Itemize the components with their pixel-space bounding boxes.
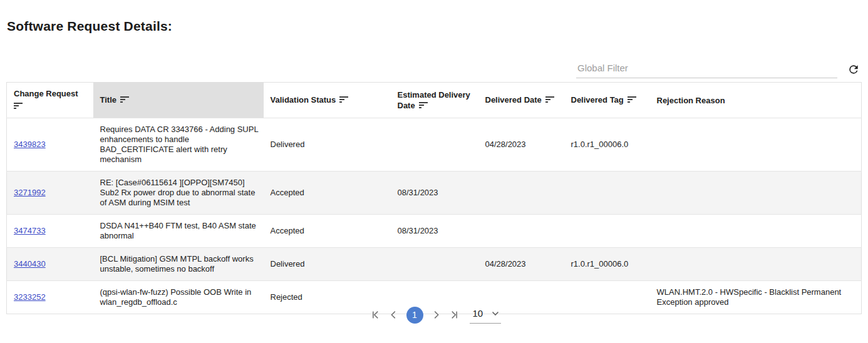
change-request-link[interactable]: 3271992 xyxy=(14,188,46,197)
paginator: 1 10 xyxy=(0,306,868,324)
next-page-icon xyxy=(430,309,442,320)
page-1-button[interactable]: 1 xyxy=(406,307,423,324)
table-row: 3439823 Requires DATA CR 3343766 - Addin… xyxy=(7,118,862,172)
change-request-link[interactable]: 3439823 xyxy=(14,140,46,149)
estimated-delivery-date-cell xyxy=(391,118,478,172)
column-header-change-request[interactable]: Change Request xyxy=(7,83,93,118)
global-filter-input[interactable] xyxy=(576,60,837,78)
column-header-estimated-delivery-date[interactable]: Estimated Delivery Date xyxy=(391,83,478,118)
title-cell: Requires DATA CR 3343766 - Adding SUPL e… xyxy=(93,118,264,172)
sort-icon xyxy=(14,101,23,112)
column-label: Validation Status xyxy=(271,95,336,105)
sort-icon xyxy=(120,95,130,106)
column-header-delivered-tag[interactable]: Delivered Tag xyxy=(564,83,650,118)
estimated-delivery-date-cell: 08/31/2023 xyxy=(391,215,478,248)
delivered-tag-cell: r1.0.r1_00006.0 xyxy=(564,118,650,172)
table-toolbar xyxy=(576,60,862,78)
change-request-link[interactable]: 3440430 xyxy=(14,259,46,269)
estimated-delivery-date-cell xyxy=(391,248,478,281)
sort-icon xyxy=(419,101,428,111)
sort-icon xyxy=(545,95,555,106)
previous-page-button[interactable] xyxy=(385,306,403,324)
last-page-button[interactable] xyxy=(445,306,462,324)
change-request-link[interactable]: 3233252 xyxy=(14,292,46,302)
sort-icon xyxy=(628,95,637,106)
table-header-row: Change Request Title Validation Status E… xyxy=(7,83,862,118)
title-cell: [BCL Mitigation] GSM MTPL backoff works … xyxy=(93,248,264,281)
rejection-reason-cell xyxy=(650,248,862,281)
column-label: Rejection Reason xyxy=(657,96,725,105)
sort-icon xyxy=(339,95,349,106)
page-size-select[interactable]: 10 xyxy=(470,306,501,324)
estimated-delivery-date-cell: 08/31/2023 xyxy=(391,172,478,215)
column-header-delivered-date[interactable]: Delivered Date xyxy=(478,83,564,118)
next-page-button[interactable] xyxy=(427,306,445,324)
validation-status-cell: Accepted xyxy=(264,215,391,248)
refresh-button[interactable] xyxy=(845,61,862,78)
column-label: Title xyxy=(100,95,117,105)
column-header-rejection-reason: Rejection Reason xyxy=(650,83,862,118)
column-header-validation-status[interactable]: Validation Status xyxy=(264,83,391,118)
delivered-tag-cell xyxy=(564,172,650,215)
delivered-date-cell xyxy=(478,215,564,248)
delivered-date-cell xyxy=(478,172,564,215)
change-request-link[interactable]: 3474733 xyxy=(14,226,46,235)
table-row: 3440430 [BCL Mitigation] GSM MTPL backof… xyxy=(7,248,862,281)
title-cell: DSDA N41++B40 FTM test, B40 ASM state ab… xyxy=(93,215,264,248)
page-title: Software Request Details: xyxy=(7,19,172,34)
page-size-value: 10 xyxy=(473,308,483,319)
validation-status-cell: Delivered xyxy=(264,118,391,172)
software-request-table: Change Request Title Validation Status E… xyxy=(6,82,862,314)
table-row: 3271992 RE: [Case#06115614 ][OPPO][SM745… xyxy=(7,172,862,215)
column-header-title[interactable]: Title xyxy=(93,83,264,118)
first-page-icon xyxy=(371,309,382,320)
previous-page-icon xyxy=(388,309,400,320)
validation-status-cell: Accepted xyxy=(264,172,391,215)
first-page-button[interactable] xyxy=(368,306,385,324)
delivered-date-cell: 04/28/2023 xyxy=(478,248,564,281)
column-label: Delivered Tag xyxy=(571,95,624,105)
rejection-reason-cell xyxy=(650,215,862,248)
table-row: 3474733 DSDA N41++B40 FTM test, B40 ASM … xyxy=(7,215,862,248)
last-page-icon xyxy=(448,309,459,320)
delivered-tag-cell xyxy=(564,215,650,248)
column-label: Estimated Delivery Date xyxy=(398,90,470,110)
title-cell: RE: [Case#06115614 ][OPPO][SM7450] Sub2 … xyxy=(93,172,264,215)
column-label: Change Request xyxy=(14,89,78,98)
rejection-reason-cell xyxy=(650,118,862,172)
delivered-date-cell: 04/28/2023 xyxy=(478,118,564,172)
chevron-down-icon xyxy=(492,311,499,316)
validation-status-cell: Delivered xyxy=(264,248,391,281)
rejection-reason-cell xyxy=(650,172,862,215)
refresh-icon xyxy=(847,63,860,76)
delivered-tag-cell: r1.0.r1_00006.0 xyxy=(564,248,650,281)
column-label: Delivered Date xyxy=(485,95,542,105)
